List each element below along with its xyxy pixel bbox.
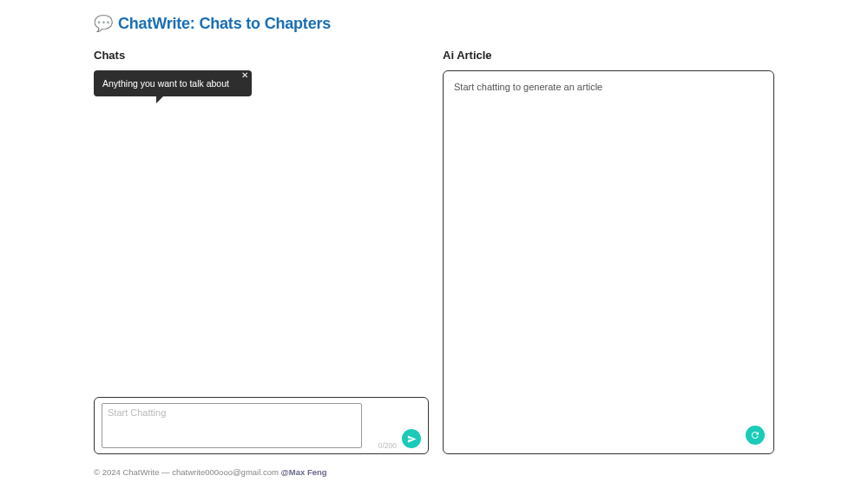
footer-email-link[interactable]: chatwrite000ooo@gmail.com xyxy=(172,467,279,477)
chat-input[interactable] xyxy=(102,403,362,448)
tooltip-close-button[interactable]: ✕ xyxy=(241,71,248,80)
send-icon xyxy=(407,434,417,444)
chats-section-title: Chats xyxy=(94,49,429,62)
refresh-icon xyxy=(750,430,760,440)
article-column: Ai Article Start chatting to generate an… xyxy=(443,49,774,454)
refresh-button[interactable] xyxy=(746,426,765,445)
send-button[interactable] xyxy=(402,429,421,448)
char-count: 0/200 xyxy=(378,441,397,450)
footer-author-link[interactable]: @Max Feng xyxy=(281,467,327,477)
footer: © 2024 ChatWrite — chatwrite000ooo@gmail… xyxy=(94,467,327,477)
chat-bubble-icon: 💬 xyxy=(94,14,113,33)
chat-input-container: 0/200 xyxy=(94,397,429,454)
article-placeholder: Start chatting to generate an article xyxy=(454,82,602,92)
chats-column: Chats Anything you want to talk about ✕ … xyxy=(94,49,429,454)
app-title: ChatWrite: Chats to Chapters xyxy=(118,15,331,33)
tooltip-text: Anything you want to talk about xyxy=(102,78,229,89)
article-panel: Start chatting to generate an article xyxy=(443,70,774,454)
footer-copyright: © 2024 ChatWrite — xyxy=(94,467,172,477)
article-section-title: Ai Article xyxy=(443,49,774,62)
app-header: 💬 ChatWrite: Chats to Chapters xyxy=(94,14,774,33)
intro-tooltip: Anything you want to talk about ✕ xyxy=(94,70,252,96)
chats-area: Anything you want to talk about ✕ xyxy=(94,70,429,397)
